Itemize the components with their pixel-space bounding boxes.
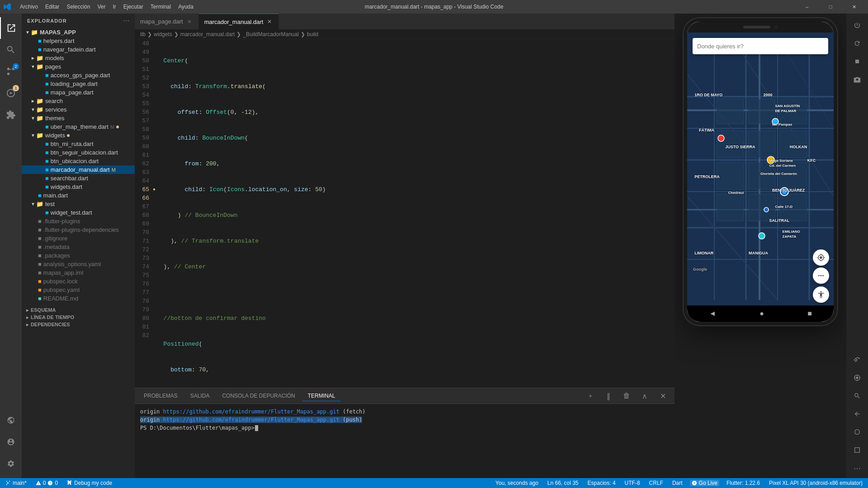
breadcrumb-widgets[interactable]: widgets [154, 31, 172, 38]
right-screenshot-icon[interactable] [849, 71, 865, 88]
file-btn-ruta[interactable]: ■ btn_mi_ruta.dart [22, 140, 135, 148]
breadcrumb-class[interactable]: _BuildMarcadorManual [243, 31, 298, 38]
folder-themes[interactable]: ▼ 📁 themes [22, 114, 135, 122]
file-metadata[interactable]: ■ .metadata [22, 243, 135, 251]
file-btn-ubicacion[interactable]: ■ btn_ubicacion.dart [22, 157, 135, 165]
file-flutter-plugins-dep[interactable]: ■ .flutter-plugins-dependencies [22, 225, 135, 234]
file-pubspec-yaml[interactable]: ■ pubspec.yaml [22, 286, 135, 294]
file-helpers[interactable]: ■ helpers.dart [22, 37, 135, 45]
status-pixel[interactable]: Pixel XL API 30 (android-x86 emulator) [767, 480, 864, 486]
debug-icon[interactable]: 1 [0, 82, 22, 104]
close-button[interactable]: ✕ [844, 0, 864, 14]
file-navegar[interactable]: ■ navegar_fadein.dart [22, 45, 135, 54]
right-circle-icon[interactable] [849, 424, 865, 440]
file-searchbar[interactable]: ■ searchbar.dart [22, 174, 135, 183]
phone-search-bar[interactable]: Donde quieres ir? [693, 38, 828, 54]
section-timeline[interactable]: ► LÍNEA DE TIEMPO [22, 314, 135, 321]
right-more-icon[interactable]: ⋯ [849, 460, 865, 476]
maximize-button[interactable]: □ [820, 0, 841, 14]
terminal-plus-icon[interactable]: + [582, 388, 599, 404]
terminal-trash-icon[interactable]: 🗑 [618, 388, 635, 404]
file-loading[interactable]: ■ loading_page.dart [22, 80, 135, 88]
file-widget-test[interactable]: ■ widget_test.dart [22, 208, 135, 217]
phone-back-button[interactable]: ◄ [700, 310, 725, 318]
tab-marcador-manual[interactable]: marcador_manual.dart ✕ [199, 14, 279, 29]
status-go-live[interactable]: Go Live [690, 480, 719, 486]
file-acceso[interactable]: ■ acceso_gps_page.dart [22, 71, 135, 80]
tab-mapa-page[interactable]: mapa_page.dart ✕ [135, 14, 199, 29]
breadcrumb-lib[interactable]: lib [140, 31, 146, 38]
right-back-icon[interactable] [849, 406, 865, 422]
breadcrumb-file[interactable]: marcador_manual.dart [180, 31, 235, 38]
breadcrumb-method[interactable]: build [307, 31, 318, 38]
folder-pages[interactable]: ▼ 📁 pages [22, 62, 135, 71]
tab-marcador-close[interactable]: ✕ [266, 18, 273, 25]
right-stop-icon[interactable] [849, 53, 865, 70]
folder-services[interactable]: ▼ 📁 services [22, 105, 135, 114]
status-debug[interactable]: Debug my code [65, 480, 114, 486]
file-btn-seguir[interactable]: ■ btn_seguir_ubicacion.dart [22, 148, 135, 157]
file-uber-theme[interactable]: ■ uber_map_theme.dart M [22, 122, 135, 131]
menu-editar[interactable]: Editar [42, 0, 63, 14]
file-flutter-plugins[interactable]: ■ .flutter-plugins [22, 217, 135, 225]
terminal-link-1[interactable]: https://github.com/efraindrummer/Flutter… [163, 408, 340, 415]
phone-home-button[interactable]: ● [750, 310, 773, 318]
terminal-link-2[interactable]: https://github.com/efraindrummer/Flutter… [163, 417, 340, 423]
status-spaces[interactable]: Espacios: 4 [586, 480, 618, 486]
status-language[interactable]: Dart [670, 480, 684, 486]
file-mapas-iml[interactable]: ■ mapas_app.iml [22, 268, 135, 277]
phone-fab-location[interactable] [813, 249, 829, 266]
status-branch[interactable]: main* [4, 480, 28, 486]
file-pubspec-lock[interactable]: ■ pubspec.lock [22, 277, 135, 286]
menu-seleccion[interactable]: Selección [63, 0, 94, 14]
sidebar-menu-icon[interactable]: ⋯ [123, 17, 129, 24]
right-rotate-icon[interactable] [849, 352, 865, 368]
folder-models[interactable]: ► 📁 models [22, 54, 135, 62]
menu-ir[interactable]: Ir [109, 0, 119, 14]
right-square-icon[interactable] [849, 442, 865, 458]
terminal-tab-terminal[interactable]: TERMINAL [302, 391, 341, 401]
menu-ejecutar[interactable]: Ejecutar [120, 0, 147, 14]
root-folder[interactable]: ▼ 📁 MAPAS_APP [22, 28, 135, 37]
file-widgets[interactable]: ■ widgets.dart [22, 183, 135, 191]
status-errors[interactable]: 0 0 [34, 480, 60, 486]
status-edit-info[interactable]: You, seconds ago [494, 480, 540, 486]
section-esquema[interactable]: ► ESQUEMA [22, 306, 135, 314]
terminal-tab-consola[interactable]: CONSOLA DE DEPURACIÓN [217, 391, 300, 401]
status-flutter[interactable]: Flutter: 1.22.6 [725, 480, 762, 486]
phone-fab-more[interactable] [813, 267, 829, 284]
account-icon[interactable] [0, 431, 22, 453]
code-editor[interactable]: 48 49 50 51 52 53 54 55 56 57 58 59 60 6… [135, 39, 675, 388]
terminal-split-icon[interactable]: ‖ [600, 388, 617, 404]
terminal-tab-problemas[interactable]: PROBLEMAS [138, 391, 183, 401]
explorer-icon[interactable] [0, 17, 22, 39]
status-position[interactable]: Ln 66, col 35 [546, 480, 580, 486]
file-analysis[interactable]: ■ analysis_options.yaml [22, 260, 135, 268]
code-content[interactable]: Center( child: Transform.translate( offs… [155, 39, 638, 388]
folder-test[interactable]: ▼ 📁 test [22, 200, 135, 208]
menu-archivo[interactable]: Archivo [16, 0, 42, 14]
file-gitignore[interactable]: ■ .gitignore [22, 234, 135, 243]
terminal-close-icon[interactable]: ✕ [655, 388, 671, 404]
file-readme[interactable]: ■ README.md [22, 294, 135, 303]
right-target-icon[interactable] [849, 370, 865, 386]
folder-widgets[interactable]: ▼ 📁 widgets [22, 131, 135, 140]
right-search-icon[interactable] [849, 388, 865, 404]
terminal-tab-salida[interactable]: SALIDA [185, 391, 215, 401]
status-line-ending[interactable]: CRLF [647, 480, 665, 486]
file-packages[interactable]: ■ .packages [22, 251, 135, 260]
right-power-icon[interactable] [849, 17, 865, 33]
file-marcador-manual[interactable]: ■ marcador_manual.dart M [22, 165, 135, 174]
source-control-icon[interactable]: 2 [0, 61, 22, 82]
section-dependencies[interactable]: ► DEPENDENCIES [22, 321, 135, 328]
extensions-icon[interactable] [0, 104, 22, 126]
right-refresh-icon[interactable] [849, 35, 865, 52]
remote-icon[interactable] [0, 409, 22, 431]
phone-fab-person[interactable] [813, 286, 829, 303]
search-icon[interactable] [0, 39, 22, 61]
file-mapa-page[interactable]: ■ mapa_page.dart [22, 88, 135, 97]
menu-ver[interactable]: Ver [94, 0, 109, 14]
terminal-maximize-icon[interactable]: ∧ [637, 388, 653, 404]
settings-icon[interactable] [0, 453, 22, 474]
minimize-button[interactable]: – [797, 0, 817, 14]
